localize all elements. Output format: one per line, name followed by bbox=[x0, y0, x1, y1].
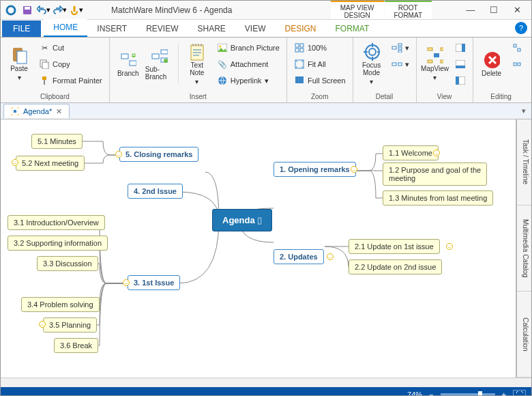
fit-icon bbox=[294, 59, 305, 70]
branch-button[interactable]: Branch bbox=[114, 40, 143, 88]
copy-button[interactable]: Copy bbox=[36, 57, 105, 72]
svg-rect-48 bbox=[518, 63, 520, 66]
svg-rect-8 bbox=[121, 54, 128, 59]
focus-mode-button[interactable]: Focus Mode▾ bbox=[357, 40, 386, 88]
help-button[interactable]: ? bbox=[515, 22, 527, 34]
zoom-100-button[interactable]: 100% bbox=[291, 40, 349, 55]
node-update1[interactable]: 2.1 Update on 1st issue bbox=[349, 239, 440, 254]
tabs-dropdown-icon[interactable]: ▾ bbox=[516, 107, 531, 115]
svg-rect-20 bbox=[300, 44, 304, 47]
attachment-button[interactable]: 📎Attachment bbox=[214, 57, 282, 72]
titlebar: ▾ ▾ ▾ MatchWare MindView 6 - Agenda MAP … bbox=[1, 1, 531, 20]
node-planning[interactable]: 3.5 Planning bbox=[43, 317, 97, 333]
collapse-handle[interactable]: – bbox=[123, 279, 130, 286]
node-intro[interactable]: 3.1 Introduction/Overview bbox=[8, 215, 105, 230]
redo-icon[interactable]: ▾ bbox=[53, 3, 68, 18]
horizontal-scrollbar[interactable] bbox=[1, 378, 531, 387]
mapview-icon bbox=[427, 47, 443, 63]
zoom-out-button[interactable]: − bbox=[429, 391, 433, 396]
node-discussion[interactable]: 3.3 Discussion bbox=[37, 256, 98, 271]
panel-multimedia[interactable]: Multimedia Catalog bbox=[517, 206, 531, 292]
subbranch-button[interactable]: Sub-Branch bbox=[145, 40, 174, 88]
svg-rect-37 bbox=[441, 60, 443, 63]
collapse-handle[interactable]: – bbox=[433, 150, 440, 156]
minimize-button[interactable]: — bbox=[459, 2, 482, 18]
edit-opt2-button[interactable] bbox=[509, 57, 525, 72]
close-button[interactable]: ✕ bbox=[505, 2, 529, 18]
zoom-slider[interactable] bbox=[441, 393, 495, 396]
node-welcome[interactable]: 1.1 Welcome bbox=[383, 145, 439, 160]
window-title: MatchWare MindView 6 - Agenda bbox=[84, 5, 331, 15]
undo-icon[interactable]: ▾ bbox=[36, 3, 51, 18]
document-tabs: Agenda* ✕ ▾ bbox=[1, 103, 531, 119]
tab-insert[interactable]: INSERT bbox=[87, 20, 136, 37]
node-updates[interactable]: 2. Updates bbox=[274, 249, 324, 264]
node-supporting[interactable]: 3.2 Supporting information bbox=[8, 236, 108, 251]
node-minutes-last[interactable]: 1.3 Minutes from last meeting bbox=[383, 190, 493, 206]
svg-rect-6 bbox=[42, 62, 48, 69]
root-node[interactable]: Agenda ▯ bbox=[212, 209, 272, 231]
tab-design[interactable]: DESIGN bbox=[276, 20, 326, 37]
zoom-fit-button[interactable]: ⛶ bbox=[513, 390, 526, 396]
cut-button[interactable]: ✂Cut bbox=[36, 40, 105, 55]
collapse-handle[interactable]: – bbox=[39, 321, 46, 328]
panel-bottom-icon bbox=[455, 59, 466, 70]
node-problem[interactable]: 3.4 Problem solving bbox=[21, 297, 100, 312]
format-painter-button[interactable]: Format Painter bbox=[36, 73, 105, 88]
view-panel3-button[interactable] bbox=[452, 73, 469, 88]
collapse-handle[interactable]: – bbox=[351, 166, 357, 173]
hyperlink-button[interactable]: Hyperlink▾ bbox=[214, 73, 282, 88]
textnote-button[interactable]: Text Note▾ bbox=[183, 40, 211, 88]
tab-format[interactable]: FORMAT bbox=[326, 20, 379, 37]
svg-rect-51 bbox=[17, 107, 19, 109]
fit-all-button[interactable]: Fit All bbox=[291, 57, 349, 72]
save-icon[interactable] bbox=[20, 3, 35, 18]
collapse-handle[interactable]: – bbox=[446, 243, 453, 250]
collapse-handle[interactable]: – bbox=[327, 253, 334, 260]
node-purpose[interactable]: 1.2 Purpose and goal of the meeting bbox=[383, 162, 487, 186]
view-panel1-button[interactable] bbox=[452, 40, 469, 55]
node-next-meeting[interactable]: 5.2 Next meeting bbox=[16, 156, 85, 171]
collapse-handle[interactable]: – bbox=[115, 151, 122, 158]
mindmap-canvas[interactable]: Agenda ▯ 1. Opening remarks 1.1 Welcome … bbox=[1, 119, 516, 378]
full-screen-button[interactable]: Full Screen bbox=[291, 73, 349, 88]
node-minutes[interactable]: 5.1 Minutes bbox=[31, 134, 83, 149]
svg-rect-7 bbox=[42, 76, 46, 80]
node-break[interactable]: 3.6 Break bbox=[54, 338, 98, 353]
edit-opt1-button[interactable] bbox=[509, 40, 525, 55]
branch-picture-button[interactable]: Branch Picture bbox=[214, 40, 282, 55]
tab-file[interactable]: FILE bbox=[2, 20, 41, 37]
group-detail: Focus Mode▾ ▾ ▾ Detail bbox=[353, 38, 417, 102]
close-tab-button[interactable]: ✕ bbox=[55, 107, 63, 116]
document-tab[interactable]: Agenda* ✕ bbox=[3, 104, 70, 118]
view-panel2-button[interactable] bbox=[452, 57, 469, 72]
detail-expand-button[interactable]: ▾ bbox=[389, 40, 412, 55]
panel-calculation[interactable]: Calculation bbox=[517, 292, 531, 378]
maximize-button[interactable]: ☐ bbox=[482, 2, 505, 18]
node-opening-remarks[interactable]: 1. Opening remarks bbox=[274, 162, 356, 177]
svg-rect-24 bbox=[295, 76, 304, 83]
detail-collapse-button[interactable]: ▾ bbox=[389, 57, 412, 72]
svg-rect-4 bbox=[17, 51, 27, 63]
node-1st-issue[interactable]: 3. 1st Issue bbox=[128, 275, 180, 290]
touch-mode-icon[interactable]: ▾ bbox=[69, 3, 84, 18]
tab-view[interactable]: VIEW bbox=[235, 20, 276, 37]
svg-rect-28 bbox=[398, 44, 402, 46]
node-closing[interactable]: 5. Closing remarks bbox=[119, 147, 198, 162]
collapse-handle[interactable]: – bbox=[12, 159, 18, 166]
delete-button[interactable]: Delete bbox=[477, 40, 506, 88]
node-2nd-issue[interactable]: 4. 2nd Issue bbox=[128, 184, 183, 199]
mapview-button[interactable]: MapView▾ bbox=[421, 40, 449, 88]
group-label-insert: Insert bbox=[114, 92, 282, 101]
panel-task-timeline[interactable]: Task / Timeline bbox=[517, 119, 531, 206]
branch-icon bbox=[120, 52, 136, 68]
document-tab-label: Agenda* bbox=[23, 107, 52, 115]
tab-review[interactable]: REVIEW bbox=[136, 20, 188, 37]
paste-button[interactable]: Paste▾ bbox=[5, 40, 33, 88]
app-icon[interactable] bbox=[3, 3, 18, 18]
zoom-in-button[interactable]: + bbox=[502, 391, 506, 396]
contextual-tab-headers: MAP VIEW DESIGN ROOT FORMAT bbox=[331, 1, 432, 19]
tab-home[interactable]: HOME bbox=[44, 19, 87, 37]
node-update2[interactable]: 2.2 Update on 2nd issue bbox=[349, 259, 442, 274]
tab-share[interactable]: SHARE bbox=[188, 20, 235, 37]
